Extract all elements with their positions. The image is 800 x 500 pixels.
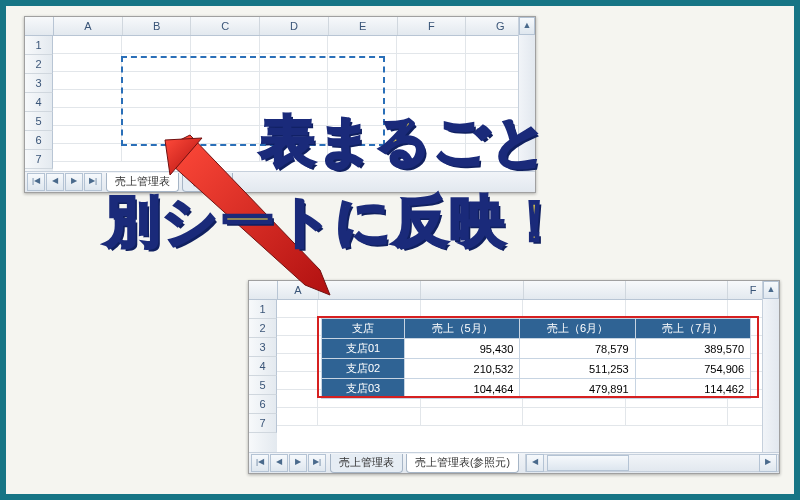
highlight-box bbox=[317, 316, 759, 398]
sheet-tab[interactable]: 売上管理表(参照元) bbox=[406, 454, 519, 473]
tab-nav-first[interactable]: |◀ bbox=[251, 454, 269, 472]
tab-nav-first[interactable]: |◀ bbox=[27, 173, 45, 191]
row-headers: 1 2 3 4 5 6 7 bbox=[249, 300, 277, 453]
col-header[interactable] bbox=[421, 281, 523, 299]
horizontal-scrollbar[interactable]: ◀ ▶ bbox=[525, 454, 779, 472]
tab-nav-next[interactable]: ▶ bbox=[289, 454, 307, 472]
row-header[interactable]: 4 bbox=[25, 93, 53, 112]
row-header[interactable]: 2 bbox=[249, 319, 277, 338]
scroll-up-button[interactable]: ▲ bbox=[519, 17, 535, 35]
row-header[interactable]: 2 bbox=[25, 55, 53, 74]
row-headers: 1 2 3 4 5 6 7 bbox=[25, 36, 53, 172]
col-header[interactable]: B bbox=[123, 17, 192, 35]
row-header[interactable]: 1 bbox=[25, 36, 53, 55]
row-header[interactable]: 4 bbox=[249, 357, 277, 376]
col-header[interactable] bbox=[524, 281, 626, 299]
row-header[interactable]: 5 bbox=[25, 112, 53, 131]
tab-nav-last[interactable]: ▶| bbox=[308, 454, 326, 472]
headline-text-2: 別シートに反映！ bbox=[105, 185, 564, 259]
col-header[interactable]: F bbox=[398, 17, 467, 35]
sheet-tab-bar: |◀ ◀ ▶ ▶| 売上管理表 売上管理表(参照元) ◀ ▶ bbox=[249, 452, 779, 473]
col-header[interactable] bbox=[626, 281, 728, 299]
col-header[interactable]: C bbox=[191, 17, 260, 35]
row-header[interactable]: 6 bbox=[249, 395, 277, 414]
tab-nav-prev[interactable]: ◀ bbox=[46, 173, 64, 191]
scroll-up-button[interactable]: ▲ bbox=[763, 281, 779, 299]
tab-nav-last[interactable]: ▶| bbox=[84, 173, 102, 191]
col-header[interactable]: E bbox=[329, 17, 398, 35]
row-header[interactable]: 3 bbox=[249, 338, 277, 357]
row-header[interactable]: 7 bbox=[25, 150, 53, 169]
sheet-tab[interactable]: 売上管理表 bbox=[330, 454, 403, 473]
row-header[interactable]: 5 bbox=[249, 376, 277, 395]
row-header[interactable]: 7 bbox=[249, 414, 277, 433]
tab-nav-prev[interactable]: ◀ bbox=[270, 454, 288, 472]
scroll-thumb[interactable] bbox=[547, 455, 629, 471]
select-all-corner[interactable] bbox=[25, 17, 54, 35]
cell-grid[interactable]: 支店 売上（5月） 売上（6月） 売上（7月） 支店01 95,430 78,5… bbox=[277, 300, 779, 453]
col-header[interactable]: D bbox=[260, 17, 329, 35]
scroll-left-button[interactable]: ◀ bbox=[526, 454, 544, 472]
col-header[interactable]: A bbox=[54, 17, 123, 35]
scroll-right-button[interactable]: ▶ bbox=[759, 454, 777, 472]
row-header[interactable]: 6 bbox=[25, 131, 53, 150]
headline-text-1: 表まるごと bbox=[260, 105, 549, 179]
vertical-scrollbar[interactable]: ▲ bbox=[762, 281, 779, 453]
tab-nav-next[interactable]: ▶ bbox=[65, 173, 83, 191]
column-headers: A B C D E F G bbox=[25, 17, 535, 36]
row-header[interactable]: 3 bbox=[25, 74, 53, 93]
